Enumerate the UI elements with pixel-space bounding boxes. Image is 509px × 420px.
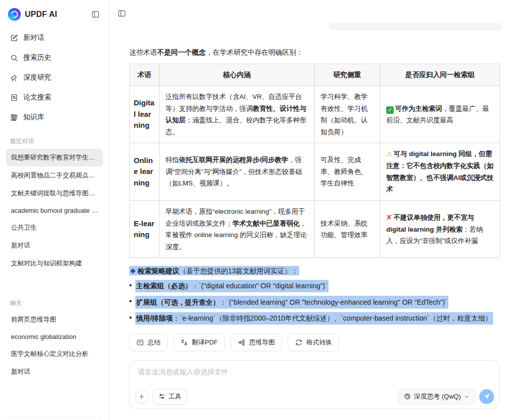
cell-focus: 学习科学、教学有效性、学习机制（如动机、认知负荷） bbox=[315, 85, 380, 143]
recent-chat-item[interactable]: 文献关键词提取与思维导图生成 bbox=[6, 184, 103, 202]
cell-group: 不建议单独使用，更不宜与 digital learning 并列检索；若纳入，应… bbox=[380, 200, 500, 258]
message-composer: 工具 深度思考 (QwQ) bbox=[129, 360, 500, 409]
updf-membership-banner[interactable]: UPDF bbox=[6, 417, 103, 420]
table-row: Digital learning 泛指所有以数字技术（含AI、VR、自适应平台等… bbox=[130, 85, 500, 143]
search-strategy-section: 检索策略建议（基于您提供的13篇文献用词实证）： 主检索组（必选）：`("dig… bbox=[129, 265, 500, 325]
app-title: UPDF AI bbox=[25, 10, 86, 19]
sidebar-item-label: 知识库 bbox=[23, 113, 44, 122]
deep-think-icon bbox=[404, 393, 411, 400]
model-selector[interactable]: 深度思考 (QwQ) bbox=[398, 389, 475, 405]
strategy-heading: 检索策略建议（基于您提供的13篇文献用词实证）： bbox=[129, 265, 500, 276]
knowledge-base-icon bbox=[10, 113, 18, 122]
plus-icon bbox=[138, 393, 145, 400]
recent-chat-item[interactable]: 高校闲置物品二手交易观点比较 bbox=[6, 167, 103, 184]
cell-core: 特指依托互联网开展的远程异步/同步教学，强调“空间分离”与“网络媒介”，但技术形… bbox=[160, 143, 315, 201]
sidebar-collapse-button[interactable] bbox=[90, 9, 101, 20]
new-chat-icon bbox=[10, 34, 18, 42]
table-header-row: 术语 核心内涵 研究侧重 是否应归入同一检索组 bbox=[130, 64, 500, 86]
paper-search-icon bbox=[10, 93, 18, 102]
sidebar-item-search-history[interactable]: 搜索历史 bbox=[6, 48, 103, 68]
chat-section-label: 聊天 bbox=[6, 295, 103, 311]
highlighted-text: 慎用/排除项：`e-learning`（除非特指2000–2010年代文献综述）… bbox=[135, 312, 493, 325]
cell-term: Online learning bbox=[130, 143, 160, 201]
chat-list-item[interactable]: 新对话 bbox=[6, 363, 103, 381]
action-label: 格式转换 bbox=[306, 338, 332, 347]
highlighted-text: 检索策略建议（基于您提供的13篇文献用词实证）： bbox=[129, 266, 299, 275]
strategy-bullet: 扩展组（可选，提升查全）：`("blended learning" OR "te… bbox=[129, 296, 500, 308]
tools-label: 工具 bbox=[169, 392, 181, 401]
translate-pdf-button[interactable]: 翻译PDF bbox=[173, 334, 225, 351]
sidebar-item-paper-search[interactable]: 论文搜索 bbox=[6, 87, 103, 107]
highlighted-text: 主检索组（必选）：`("digital education" OR "digit… bbox=[135, 280, 329, 292]
recent-section-label: 最近对话 bbox=[6, 133, 103, 149]
assistant-message: 这些术语不是同一个概念，在学术研究中存在明确区别： 术语 核心内涵 研究侧重 是… bbox=[129, 47, 500, 409]
highlighted-text: 扩展组（可选，提升查全）：`("blended learning" OR "te… bbox=[135, 296, 448, 308]
format-convert-button[interactable]: 格式转换 bbox=[288, 334, 339, 351]
column-header-group: 是否应归入同一检索组 bbox=[380, 64, 500, 86]
recent-chat-item[interactable]: academic burnout graduate s... bbox=[6, 202, 103, 219]
sidebar-item-deep-research[interactable]: 深度研究 bbox=[6, 68, 103, 87]
tools-button[interactable]: 工具 bbox=[153, 389, 187, 405]
sidebar: UPDF AI 新对话 搜索历史 深度研究 bbox=[0, 0, 109, 420]
search-history-icon bbox=[10, 54, 18, 62]
cross-icon bbox=[386, 213, 392, 221]
model-label: 深度思考 (QwQ) bbox=[414, 392, 461, 401]
cell-core: 泛指所有以数字技术（含AI、VR、自适应平台等）支持的教与学活动，强调教育性、设… bbox=[160, 85, 315, 143]
cell-group: 可作为主检索词，覆盖最广、最前沿、文献共识度最高 bbox=[380, 85, 500, 143]
panel-toggle-button[interactable] bbox=[116, 8, 127, 19]
message-intro-text: 这些术语不是同一个概念，在学术研究中存在明确区别： bbox=[129, 47, 500, 58]
sidebar-item-label: 新对话 bbox=[23, 33, 44, 42]
column-header-core: 核心内涵 bbox=[160, 64, 315, 86]
recent-chat-item[interactable]: 文献对比与知识框架构建 bbox=[6, 254, 103, 272]
sidebar-item-new-chat[interactable]: 新对话 bbox=[6, 28, 103, 48]
chat-list-item[interactable]: 医学文献核心定义对比分析 bbox=[6, 345, 103, 363]
diamond-icon bbox=[130, 266, 136, 274]
panel-collapse-icon bbox=[91, 10, 100, 19]
chat-list-item[interactable]: 前两页思维导图 bbox=[6, 311, 103, 329]
action-label: 思维导图 bbox=[249, 338, 275, 347]
cell-term: Digital learning bbox=[130, 85, 160, 143]
chevron-down-icon bbox=[464, 394, 470, 400]
send-icon bbox=[483, 393, 491, 400]
message-input[interactable] bbox=[130, 361, 499, 387]
sidebar-item-knowledge-base[interactable]: 知识库 bbox=[6, 107, 103, 127]
convert-icon bbox=[295, 338, 303, 346]
summary-icon bbox=[136, 338, 144, 346]
mindmap-icon bbox=[238, 338, 246, 346]
action-label: 总结 bbox=[148, 338, 161, 347]
send-button[interactable] bbox=[479, 389, 494, 404]
action-label: 翻译PDF bbox=[192, 338, 218, 347]
attach-button[interactable] bbox=[135, 390, 149, 404]
updf-logo-icon bbox=[8, 8, 21, 21]
panel-toggle-icon bbox=[117, 9, 126, 18]
quick-actions-bar: 总结 翻译PDF 思维导图 bbox=[129, 334, 500, 351]
comparison-table: 术语 核心内涵 研究侧重 是否应归入同一检索组 Digital learning… bbox=[129, 64, 500, 258]
strategy-bullet: 慎用/排除项：`e-learning`（除非特指2000–2010年代文献综述）… bbox=[129, 312, 500, 325]
updf-ai-app: UPDF AI 新对话 搜索历史 深度研究 bbox=[0, 0, 509, 420]
cell-focus: 可及性、完成率、教师角色、学生自律性 bbox=[315, 143, 380, 201]
mindmap-button[interactable]: 思维导图 bbox=[231, 334, 282, 351]
table-row: E-learning 早期术语，原指“electronic learning”，… bbox=[130, 200, 500, 258]
chat-list-item[interactable]: economic globalization bbox=[6, 329, 103, 345]
recent-chat-item[interactable]: 我想要研究数字教育对学生学习... bbox=[6, 149, 103, 167]
deep-research-icon bbox=[10, 74, 18, 82]
sidebar-item-label: 搜索历史 bbox=[23, 53, 51, 62]
translate-icon bbox=[180, 338, 188, 346]
cell-focus: 技术采纳、系统功能、管理效率 bbox=[315, 200, 380, 258]
sidebar-item-label: 论文搜索 bbox=[23, 93, 51, 102]
recent-chat-item[interactable]: 新对话 bbox=[6, 237, 103, 254]
cell-group: 可与 digital learning 同组，但需注意：它不包含校内数字化实践（… bbox=[380, 143, 500, 201]
sidebar-header: UPDF AI bbox=[6, 7, 103, 28]
check-icon bbox=[386, 106, 394, 114]
warn-icon bbox=[386, 150, 392, 158]
cell-term: E-learning bbox=[130, 200, 160, 258]
column-header-term: 术语 bbox=[130, 64, 160, 86]
recent-chat-item[interactable]: 公共卫生 bbox=[6, 219, 103, 237]
table-row: Online learning 特指依托互联网开展的远程异步/同步教学，强调“空… bbox=[130, 143, 500, 201]
cell-core: 早期术语，原指“electronic learning”，现多用于企业培训或政策… bbox=[160, 200, 315, 258]
tools-icon bbox=[158, 393, 166, 400]
chat-main-area: 这些术语不是同一个概念，在学术研究中存在明确区别： 术语 核心内涵 研究侧重 是… bbox=[109, 0, 509, 420]
summarize-button[interactable]: 总结 bbox=[129, 334, 168, 351]
composer-toolbar: 工具 深度思考 (QwQ) bbox=[135, 389, 494, 405]
strategy-bullet: 主检索组（必选）：`("digital education" OR "digit… bbox=[129, 280, 500, 292]
